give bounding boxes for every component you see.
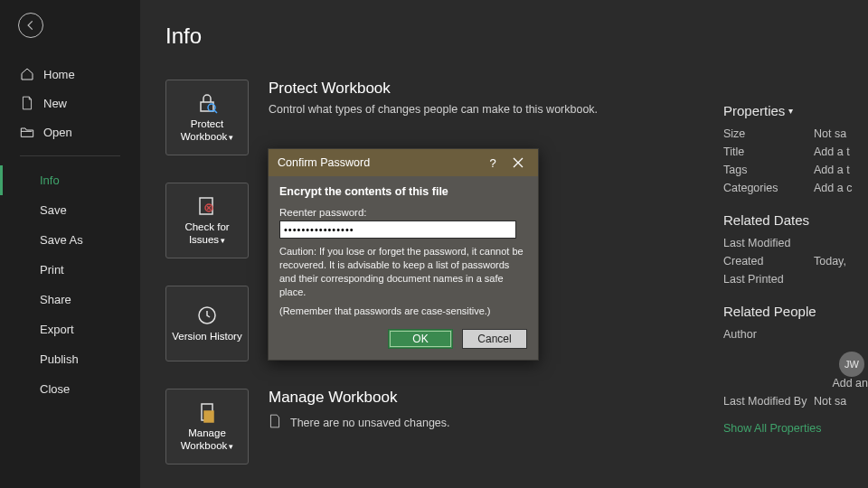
- add-author[interactable]: Add an: [723, 377, 868, 389]
- nav-label: Open: [43, 126, 72, 139]
- tile-label: Manage Workbook▾: [166, 427, 248, 453]
- manage-icon: [195, 400, 219, 424]
- prop-categories[interactable]: CategoriesAdd a c: [723, 182, 868, 194]
- nav-close[interactable]: Close: [0, 374, 140, 404]
- author-avatar[interactable]: JW: [839, 352, 864, 377]
- section-manage-workbook: Manage Workbook▾ Manage Workbook There a…: [165, 389, 723, 465]
- date-created: CreatedToday,: [723, 255, 868, 267]
- lock-icon: [195, 91, 219, 115]
- prop-tags[interactable]: TagsAdd a t: [723, 164, 868, 176]
- backstage-sidebar: Home New Open Info Save Save As Print Sh…: [0, 0, 140, 488]
- nav-open[interactable]: Open: [0, 117, 140, 146]
- password-label: Reenter password:: [279, 207, 527, 218]
- author-row: Author: [723, 328, 868, 341]
- help-button[interactable]: ?: [480, 153, 505, 173]
- nav-new[interactable]: New: [0, 89, 140, 117]
- last-modified-by: Last Modified ByNot sa: [723, 395, 868, 408]
- inspect-icon: [195, 194, 219, 218]
- nav-label: New: [43, 97, 67, 110]
- nav-info[interactable]: Info: [0, 165, 140, 195]
- tile-protect-workbook[interactable]: Protect Workbook▾: [165, 80, 249, 155]
- svg-rect-6: [204, 411, 213, 422]
- nav-save[interactable]: Save: [0, 195, 140, 225]
- dialog-titlebar[interactable]: Confirm Password ?: [269, 149, 538, 176]
- tile-manage-workbook[interactable]: Manage Workbook▾: [165, 389, 249, 465]
- back-button[interactable]: [18, 13, 43, 38]
- show-all-properties[interactable]: Show All Properties: [723, 422, 868, 435]
- confirm-password-dialog: Confirm Password ? Encrypt the contents …: [268, 148, 539, 361]
- dialog-heading: Encrypt the contents of this file: [279, 185, 527, 198]
- close-button[interactable]: [505, 153, 531, 173]
- history-icon: [195, 304, 219, 327]
- nav-export[interactable]: Export: [0, 314, 140, 344]
- prop-title[interactable]: TitleAdd a t: [723, 145, 868, 158]
- open-icon: [20, 125, 34, 139]
- date-last-modified: Last Modified: [723, 237, 868, 249]
- nav-divider: [20, 155, 120, 156]
- section-heading: Protect Workbook: [269, 80, 598, 98]
- tile-version-history[interactable]: Version History: [165, 286, 249, 361]
- section-desc: Control what types of changes people can…: [269, 103, 598, 116]
- section-protect: Protect Workbook▾ Protect Workbook Contr…: [165, 80, 723, 155]
- new-icon: [20, 96, 34, 110]
- prop-size: SizeNot sa: [723, 127, 868, 140]
- nav-print[interactable]: Print: [0, 255, 140, 285]
- ok-button[interactable]: OK: [388, 329, 453, 349]
- nav-share[interactable]: Share: [0, 285, 140, 314]
- svg-point-1: [208, 104, 215, 111]
- tile-label: Check for Issues▾: [166, 221, 248, 247]
- nav-publish[interactable]: Publish: [0, 344, 140, 374]
- properties-panel: Properties▾ SizeNot sa TitleAdd a t Tags…: [723, 23, 868, 488]
- page-title: Info: [165, 23, 723, 49]
- nav-label: Home: [43, 68, 75, 81]
- related-people-heading: Related People: [723, 304, 868, 319]
- caution-text: Caution: If you lose or forget the passw…: [279, 245, 527, 298]
- password-input[interactable]: ••••••••••••••••: [279, 221, 516, 239]
- section-desc: There are no unsaved changes.: [290, 417, 450, 429]
- tile-label: Version History: [168, 331, 245, 343]
- cancel-button[interactable]: Cancel: [462, 329, 527, 349]
- properties-heading[interactable]: Properties▾: [723, 103, 868, 118]
- tile-label: Protect Workbook▾: [166, 118, 248, 144]
- document-icon: [269, 414, 281, 431]
- nav-save-as[interactable]: Save As: [0, 225, 140, 255]
- tile-check-issues[interactable]: Check for Issues▾: [165, 183, 249, 258]
- related-dates-heading: Related Dates: [723, 212, 868, 228]
- home-icon: [20, 67, 34, 81]
- nav-home[interactable]: Home: [0, 60, 140, 89]
- date-last-printed: Last Printed: [723, 273, 868, 286]
- dialog-title: Confirm Password: [278, 156, 480, 169]
- section-heading: Manage Workbook: [269, 389, 450, 407]
- caution-note: (Remember that passwords are case-sensit…: [279, 305, 527, 318]
